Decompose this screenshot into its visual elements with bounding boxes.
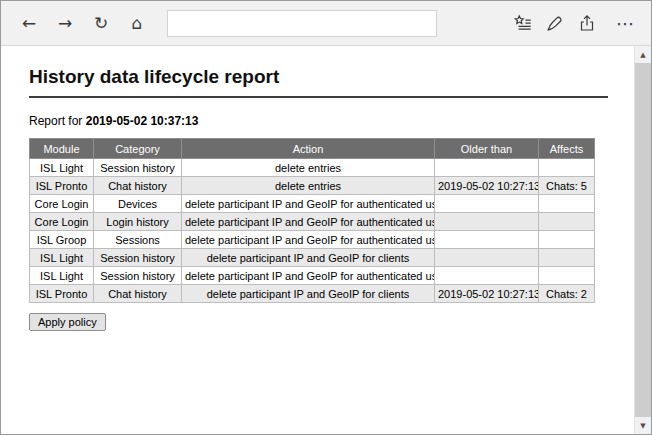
- favorites-hub-icon[interactable]: [507, 7, 539, 39]
- scroll-down-arrow-icon[interactable]: ▼: [635, 417, 651, 434]
- report-for-label: Report for: [29, 114, 82, 128]
- table-cell: delete participant IP and GeoIP for auth…: [182, 267, 435, 285]
- table-body: ISL LightSession historydelete entriesIS…: [30, 159, 595, 303]
- web-note-pen-icon[interactable]: [539, 7, 571, 39]
- table-cell: Devices: [94, 195, 182, 213]
- table-cell: Core Login: [30, 195, 94, 213]
- table-cell: Session history: [94, 249, 182, 267]
- page-title: History data lifecycle report: [29, 66, 608, 98]
- browser-viewport: History data lifecycle report Report for…: [1, 46, 651, 434]
- url-input[interactable]: [168, 15, 436, 31]
- table-cell: [435, 231, 539, 249]
- table-cell: delete participant IP and GeoIP for auth…: [182, 195, 435, 213]
- table-row: Core LoginDevicesdelete participant IP a…: [30, 195, 595, 213]
- apply-policy-button[interactable]: Apply policy: [29, 313, 106, 331]
- column-header: Affects: [539, 139, 595, 159]
- table-cell: [539, 249, 595, 267]
- address-bar: [167, 10, 437, 37]
- table-header-row: ModuleCategoryActionOlder thanAffects: [30, 139, 595, 159]
- table-cell: [435, 195, 539, 213]
- refresh-icon[interactable]: ↻: [83, 7, 119, 39]
- table-cell: ISL Pronto: [30, 177, 94, 195]
- table-cell: ISL Light: [30, 249, 94, 267]
- table-cell: [435, 249, 539, 267]
- table-cell: [539, 267, 595, 285]
- table-cell: Chats: 5: [539, 177, 595, 195]
- table-row: ISL ProntoChat historydelete entries2019…: [30, 177, 595, 195]
- more-options-icon[interactable]: ⋯: [609, 7, 641, 39]
- report-page: History data lifecycle report Report for…: [1, 46, 634, 434]
- table-cell: [539, 213, 595, 231]
- table-cell: [539, 195, 595, 213]
- table-cell: Chat history: [94, 285, 182, 303]
- table-cell: [539, 231, 595, 249]
- table-cell: Chats: 2: [539, 285, 595, 303]
- table-cell: ISL Pronto: [30, 285, 94, 303]
- table-cell: [539, 159, 595, 177]
- column-header: Action: [182, 139, 435, 159]
- table-row: ISL LightSession historydelete participa…: [30, 249, 595, 267]
- table-cell: Chat history: [94, 177, 182, 195]
- table-cell: Session history: [94, 267, 182, 285]
- forward-button[interactable]: →: [47, 7, 83, 39]
- report-date: 2019-05-02 10:37:13: [86, 114, 199, 128]
- table-cell: [435, 267, 539, 285]
- column-header: Older than: [435, 139, 539, 159]
- table-cell: delete entries: [182, 177, 435, 195]
- table-cell: delete participant IP and GeoIP for clie…: [182, 285, 435, 303]
- table-cell: [435, 159, 539, 177]
- column-header: Category: [94, 139, 182, 159]
- lifecycle-report-table: ModuleCategoryActionOlder thanAffects IS…: [29, 138, 595, 303]
- table-cell: delete participant IP and GeoIP for clie…: [182, 249, 435, 267]
- home-icon[interactable]: ⌂: [119, 7, 155, 39]
- report-timestamp-line: Report for 2019-05-02 10:37:13: [29, 114, 620, 128]
- table-row: ISL LightSession historydelete entries: [30, 159, 595, 177]
- scrollbar-thumb[interactable]: [635, 63, 651, 417]
- vertical-scrollbar[interactable]: ▲ ▼: [634, 46, 651, 434]
- table-cell: Login history: [94, 213, 182, 231]
- table-cell: ISL Light: [30, 267, 94, 285]
- back-button[interactable]: ←: [11, 7, 47, 39]
- table-cell: Session history: [94, 159, 182, 177]
- share-icon[interactable]: [571, 7, 603, 39]
- table-row: ISL GroopSessionsdelete participant IP a…: [30, 231, 595, 249]
- table-cell: Core Login: [30, 213, 94, 231]
- table-cell: delete entries: [182, 159, 435, 177]
- table-row: Core LoginLogin historydelete participan…: [30, 213, 595, 231]
- table-cell: delete participant IP and GeoIP for auth…: [182, 213, 435, 231]
- table-cell: 2019-05-02 10:27:13: [435, 177, 539, 195]
- table-cell: ISL Groop: [30, 231, 94, 249]
- browser-toolbar: ← → ↻ ⌂ ⋯: [1, 1, 651, 46]
- table-cell: delete participant IP and GeoIP for auth…: [182, 231, 435, 249]
- browser-window: ← → ↻ ⌂ ⋯ H: [0, 0, 652, 435]
- table-row: ISL ProntoChat historydelete participant…: [30, 285, 595, 303]
- column-header: Module: [30, 139, 94, 159]
- table-row: ISL LightSession historydelete participa…: [30, 267, 595, 285]
- table-cell: 2019-05-02 10:27:13: [435, 285, 539, 303]
- table-cell: [435, 213, 539, 231]
- table-cell: ISL Light: [30, 159, 94, 177]
- scroll-up-arrow-icon[interactable]: ▲: [635, 46, 651, 63]
- table-cell: Sessions: [94, 231, 182, 249]
